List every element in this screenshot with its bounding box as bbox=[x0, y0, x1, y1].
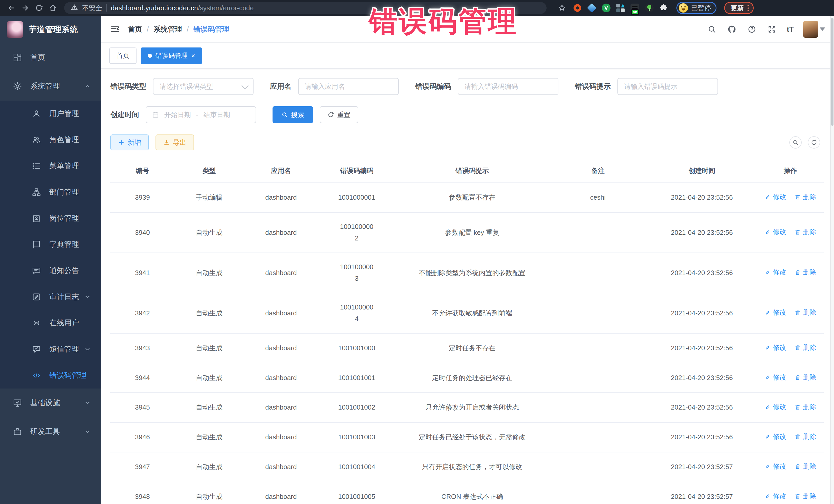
sidebar-item-字典管理[interactable]: 字典管理 bbox=[0, 232, 101, 258]
bookmark-star-icon[interactable] bbox=[556, 2, 568, 14]
tag-error-code[interactable]: 错误码管理 × bbox=[140, 47, 202, 64]
delete-link[interactable]: 删除 bbox=[794, 401, 816, 413]
edit-link[interactable]: 修改 bbox=[765, 431, 786, 443]
scrollbar-thumb[interactable] bbox=[831, 18, 833, 126]
menu-item-label: 角色管理 bbox=[49, 135, 91, 145]
breadcrumb-system[interactable]: 系统管理 bbox=[153, 24, 182, 34]
breadcrumb-home[interactable]: 首页 bbox=[128, 24, 142, 34]
collapse-menu-icon[interactable] bbox=[110, 24, 121, 35]
edit-link-label: 修改 bbox=[773, 266, 786, 278]
fullscreen-icon[interactable] bbox=[767, 24, 777, 35]
menu-item-label: 菜单管理 bbox=[49, 161, 91, 171]
edit-link[interactable]: 修改 bbox=[765, 342, 786, 354]
tag-home[interactable]: 首页 bbox=[109, 47, 136, 64]
edit-icon bbox=[765, 269, 771, 276]
menu-item-label: 部门管理 bbox=[49, 187, 91, 197]
extension-puzzle-icon[interactable] bbox=[659, 3, 668, 13]
export-button[interactable]: 导出 bbox=[155, 134, 194, 150]
reload-icon[interactable] bbox=[34, 2, 45, 14]
edit-link[interactable]: 修改 bbox=[765, 266, 786, 278]
sidebar-item-在线用户[interactable]: 在线用户 bbox=[0, 310, 101, 336]
table-row: 3943自动生成dashboard1001001000定时任务不存在2021-0… bbox=[110, 333, 824, 363]
trash-icon bbox=[794, 374, 801, 380]
search-icon[interactable] bbox=[707, 24, 717, 35]
sidebar-item-短信管理[interactable]: 短信管理 bbox=[0, 336, 101, 363]
edit-link[interactable]: 修改 bbox=[765, 490, 786, 502]
sidebar-item-角色管理[interactable]: 角色管理 bbox=[0, 127, 101, 153]
sidebar-item-菜单管理[interactable]: 菜单管理 bbox=[0, 153, 101, 179]
forward-icon[interactable] bbox=[20, 2, 31, 14]
sidebar-item-岗位管理[interactable]: 岗位管理 bbox=[0, 205, 101, 232]
sidebar-item-错误码管理[interactable]: 错误码管理 bbox=[0, 363, 101, 389]
delete-link[interactable]: 删除 bbox=[794, 307, 816, 319]
browser-update-button[interactable]: 更新 bbox=[724, 2, 754, 14]
cell-type: 自动生成 bbox=[175, 213, 244, 253]
edit-link[interactable]: 修改 bbox=[765, 372, 786, 384]
refresh-icon bbox=[811, 139, 817, 146]
search-button[interactable]: 搜索 bbox=[272, 106, 313, 123]
trash-icon bbox=[794, 309, 801, 316]
sidebar-item-系统管理[interactable]: 系统管理 bbox=[0, 72, 101, 101]
cell-msg: CRON 表达式不正确 bbox=[395, 482, 549, 504]
close-icon[interactable]: × bbox=[191, 52, 195, 59]
extension-green-v-icon[interactable]: V bbox=[601, 3, 611, 13]
delete-link[interactable]: 删除 bbox=[794, 266, 816, 278]
sidebar-item-通知公告[interactable]: 通知公告 bbox=[0, 258, 101, 284]
error-hint-input[interactable] bbox=[617, 78, 718, 95]
create-time-range-picker[interactable]: 开始日期 - 结束日期 bbox=[146, 106, 256, 123]
page-scrollbar[interactable] bbox=[830, 16, 834, 504]
delete-link[interactable]: 删除 bbox=[794, 461, 816, 473]
reset-button[interactable]: 重置 bbox=[320, 106, 358, 123]
back-icon[interactable] bbox=[6, 2, 17, 14]
col-code: 错误码编码 bbox=[318, 159, 395, 183]
app-logo-row[interactable]: 芋道管理系统 bbox=[0, 16, 101, 43]
edit-link-label: 修改 bbox=[773, 461, 786, 473]
sidebar-item-部门管理[interactable]: 部门管理 bbox=[0, 179, 101, 205]
menu-item-label: 错误码管理 bbox=[49, 370, 91, 380]
profile-paused-badge[interactable]: 已暂停 bbox=[676, 2, 717, 14]
edit-link[interactable]: 修改 bbox=[765, 226, 786, 238]
cell-type: 自动生成 bbox=[175, 333, 244, 363]
url-divider bbox=[106, 4, 107, 12]
extension-grid-icon[interactable] bbox=[616, 3, 625, 13]
sidebar-item-研发工具[interactable]: 研发工具 bbox=[0, 417, 101, 446]
refresh-table-button[interactable] bbox=[808, 136, 820, 149]
delete-link[interactable]: 删除 bbox=[794, 342, 816, 354]
extension-sprout-icon[interactable] bbox=[644, 3, 654, 13]
cell-id: 3941 bbox=[110, 253, 175, 293]
edit-link-label: 修改 bbox=[773, 191, 786, 203]
delete-link[interactable]: 删除 bbox=[794, 226, 816, 238]
cell-note bbox=[549, 393, 647, 422]
toggle-search-button[interactable] bbox=[789, 136, 802, 149]
font-size-icon[interactable]: tT bbox=[787, 25, 793, 34]
app-name-input[interactable] bbox=[298, 78, 399, 95]
add-button[interactable]: 新增 bbox=[110, 134, 149, 150]
sidebar-item-基础设施[interactable]: 基础设施 bbox=[0, 389, 101, 417]
menu-item-label: 字典管理 bbox=[49, 239, 91, 250]
github-icon[interactable] bbox=[727, 24, 737, 35]
edit-link[interactable]: 修改 bbox=[765, 401, 786, 413]
extension-gem-icon[interactable] bbox=[587, 3, 596, 13]
edit-link[interactable]: 修改 bbox=[765, 461, 786, 473]
cell-code: 1001001005 bbox=[318, 482, 395, 504]
sidebar-item-首页[interactable]: 首页 bbox=[0, 43, 101, 72]
cell-note bbox=[549, 363, 647, 393]
delete-link[interactable]: 删除 bbox=[794, 372, 816, 384]
extension-tampermonkey-icon[interactable]: on bbox=[630, 3, 639, 13]
delete-link[interactable]: 删除 bbox=[794, 191, 816, 203]
edit-link[interactable]: 修改 bbox=[765, 191, 786, 203]
sidebar-item-审计日志[interactable]: 审计日志 bbox=[0, 284, 101, 310]
help-icon[interactable] bbox=[747, 24, 757, 35]
browser-menu-icon[interactable] bbox=[748, 5, 749, 11]
delete-link[interactable]: 删除 bbox=[794, 431, 816, 443]
error-code-input[interactable] bbox=[458, 78, 558, 95]
sidebar-item-用户管理[interactable]: 用户管理 bbox=[0, 101, 101, 127]
tag-label: 错误码管理 bbox=[155, 51, 188, 60]
edit-link[interactable]: 修改 bbox=[765, 307, 786, 319]
user-menu[interactable] bbox=[803, 21, 825, 38]
extensions-cluster: V on bbox=[556, 2, 668, 14]
error-type-select[interactable]: 请选择错误码类型 bbox=[153, 78, 254, 95]
extension-orange-icon[interactable] bbox=[573, 3, 582, 13]
home-icon[interactable] bbox=[47, 2, 59, 14]
delete-link[interactable]: 删除 bbox=[794, 490, 816, 502]
